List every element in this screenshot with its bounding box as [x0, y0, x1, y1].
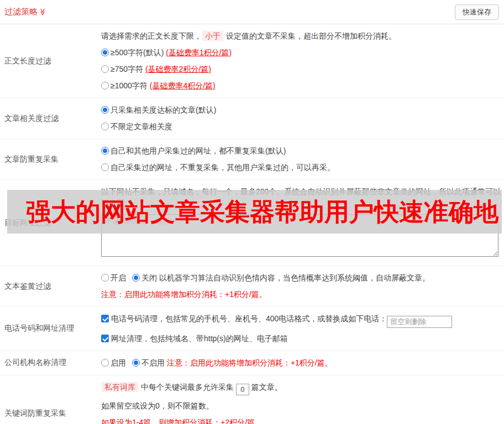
row-label: 目标网址过滤: [0, 180, 101, 266]
url-clean-checkbox[interactable]: [101, 335, 109, 342]
text: 不启用: [141, 358, 167, 367]
text: 电话号码清理，包括常见的手机号、座机号、400电话格式，或替换成如下电话：: [111, 314, 387, 323]
text: 自己和其他用户采集过的网址，都不重复采集(默认): [111, 146, 286, 155]
text: (基础费率2积分/篇): [145, 65, 211, 73]
text: ≥500字符(默认): [111, 48, 166, 57]
settings-row: 公司机构名称清理启用不启用 注意：启用此功能将增加积分消耗：+1积分/篇。: [0, 351, 504, 375]
min-length-500-radio[interactable]: [101, 49, 109, 56]
text: 启用: [111, 358, 126, 367]
text: 自己采集过的网址，不重复采集，其他用户采集过的，可以再采。: [111, 163, 335, 172]
less-than-badge: 小于: [202, 31, 223, 41]
text: 注意：启用此功能将增加积分消耗：+1积分/篇。: [167, 358, 333, 367]
private-thesaurus-badge: 私有词库: [102, 382, 138, 392]
row-label: 正文长度过滤: [0, 24, 101, 98]
text: 网址清理，包括纯域名、带http(s)的网址、电子邮箱: [111, 334, 288, 343]
relevance-strict-radio[interactable]: [101, 106, 109, 114]
text: 开启: [111, 273, 126, 282]
settings-row: 电话号码和网址清理电话号码清理，包括常见的手机号、座机号、400电话格式，或替换…: [0, 307, 504, 351]
row-label: 电话号码和网址清理: [0, 307, 101, 351]
phone-replacement-input[interactable]: [387, 316, 452, 328]
text: ≥1000字符: [111, 81, 150, 90]
row-content: 电话号码清理，包括常见的手机号、座机号、400电话格式，或替换成如下电话：网址清…: [101, 307, 504, 351]
text: ≥750字符: [111, 65, 145, 73]
chevron-down-icon: ≫: [39, 8, 47, 16]
text: (基础费率1积分/篇): [166, 48, 232, 57]
text: 不限定文章相关度: [111, 122, 172, 131]
org-clean-off-radio[interactable]: [132, 359, 140, 367]
row-label: 关键词防重复采集: [0, 375, 101, 424]
row-label: 文章防重复采集: [0, 139, 101, 179]
settings-row: 文章防重复采集自己和其他用户采集过的网址，都不重复采集(默认)自己采集过的网址，…: [0, 139, 504, 180]
relevance-any-radio[interactable]: [101, 123, 109, 130]
min-length-750-radio[interactable]: [101, 65, 109, 73]
blocked-domains-textarea[interactable]: [101, 214, 498, 257]
min-length-1000-radio[interactable]: [101, 82, 109, 89]
settings-row: 关键词防重复采集私有词库 中每个关键词最多允许采集 篇文章。如果留空或设为0，则…: [0, 375, 504, 424]
text: 篇文章。: [249, 383, 282, 391]
row-content: 请选择需求的正文长度下限，小于 设定值的文章不采集，超出部分不增加积分消耗。≥5…: [101, 24, 504, 98]
settings-row: 文本鉴黄过滤开启关闭 以机器学习算法自动识别色情内容，当色情概率达到系统阈值，自…: [0, 266, 504, 307]
row-label: 文章相关度过滤: [0, 98, 101, 139]
text: (基础费率4积分/篇): [150, 81, 216, 90]
settings-row: 正文长度过滤请选择需求的正文长度下限，小于 设定值的文章不采集，超出部分不增加积…: [0, 24, 504, 98]
row-content: 私有词库 中每个关键词最多允许采集 篇文章。如果留空或设为0，则不限篇数。如果设…: [101, 375, 504, 424]
text: 以下网站不采集，只填域名，每行一个，最多200个。系统会自动识别并屏蔽那些非文章…: [101, 187, 501, 208]
text: 请选择需求的正文长度下限，: [101, 31, 202, 40]
settings-table: 正文长度过滤请选择需求的正文长度下限，小于 设定值的文章不采集，超出部分不增加积…: [0, 24, 504, 424]
row-content: 自己和其他用户采集过的网址，都不重复采集(默认)自己采集过的网址，不重复采集，其…: [101, 139, 504, 179]
dedup-self-only-radio[interactable]: [101, 163, 109, 171]
filter-strategy-page: 过滤策略≫ 快速保存 正文长度过滤请选择需求的正文长度下限，小于 设定值的文章不…: [0, 0, 504, 424]
row-label: 文本鉴黄过滤: [0, 266, 101, 306]
text: 如果留空或设为0，则不限篇数。: [101, 401, 214, 410]
row-content: 开启关闭 以机器学习算法自动识别色情内容，当色情概率达到系统阈值，自动屏蔽文章。…: [101, 266, 504, 306]
row-label: 公司机构名称清理: [0, 351, 101, 375]
porn-filter-on-radio[interactable]: [101, 274, 109, 282]
row-content: 以下网站不采集，只填域名，每行一个，最多200个。系统会自动识别并屏蔽那些非文章…: [101, 180, 504, 266]
text: 关闭 以机器学习算法自动识别色情内容，当色情概率达到系统阈值，自动屏蔽文章。: [141, 273, 430, 282]
text: 如果设为1-4篇，则增加积分消耗：+2积分/篇。: [101, 418, 262, 424]
dedup-all-users-radio[interactable]: [101, 147, 109, 155]
org-clean-on-radio[interactable]: [101, 359, 109, 367]
porn-filter-off-radio[interactable]: [132, 274, 140, 282]
text: 中每个关键词最多允许采集: [139, 383, 236, 391]
page-title-text: 过滤策略: [4, 7, 38, 16]
text: 设定值的文章不采集，超出部分不增加积分消耗。: [224, 31, 396, 40]
page-title[interactable]: 过滤策略≫: [4, 7, 47, 17]
text: 只采集相关度达标的文章(默认): [111, 105, 216, 114]
phone-clean-checkbox[interactable]: [101, 315, 109, 322]
row-content: 只采集相关度达标的文章(默认)不限定文章相关度: [101, 98, 504, 139]
page-header: 过滤策略≫ 快速保存: [0, 0, 504, 24]
row-content: 启用不启用 注意：启用此功能将增加积分消耗：+1积分/篇。: [101, 351, 504, 375]
settings-row: 文章相关度过滤只采集相关度达标的文章(默认)不限定文章相关度: [0, 98, 504, 139]
settings-row: 目标网址过滤以下网站不采集，只填域名，每行一个，最多200个。系统会自动识别并屏…: [0, 180, 504, 266]
text: 注意：启用此功能将增加积分消耗：+1积分/篇。: [101, 290, 267, 299]
quick-save-button[interactable]: 快速保存: [455, 4, 499, 20]
max-per-keyword-input[interactable]: [236, 384, 249, 395]
